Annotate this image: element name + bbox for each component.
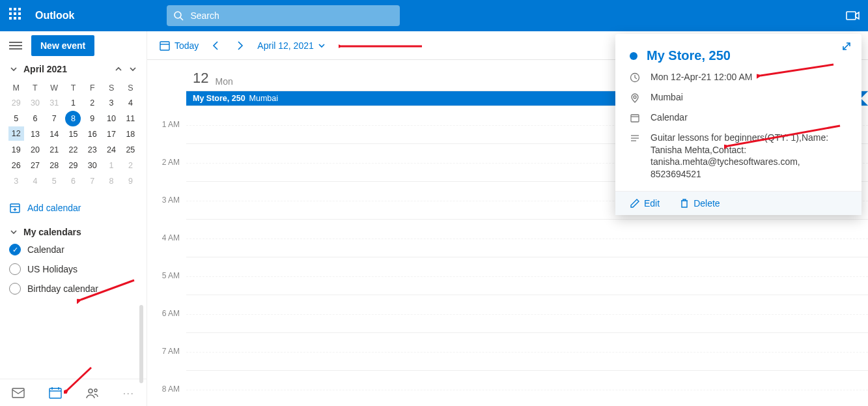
- mini-calendar-day[interactable]: 4: [25, 173, 44, 189]
- delete-label: Delete: [693, 198, 720, 209]
- new-event-button[interactable]: New event: [31, 35, 94, 56]
- date-picker[interactable]: April 12, 2021: [257, 40, 325, 51]
- mini-calendar-dow: W: [45, 81, 64, 95]
- my-calendars-section[interactable]: My calendars: [0, 220, 147, 240]
- month-up-icon[interactable]: [114, 65, 123, 74]
- mini-calendar-dow: T: [64, 81, 83, 95]
- mini-calendar-day[interactable]: 25: [121, 142, 140, 158]
- chevron-down-icon[interactable]: [9, 65, 18, 74]
- calendar-item-calendar[interactable]: Calendar: [0, 240, 147, 259]
- mini-calendar-day[interactable]: 20: [25, 142, 44, 158]
- mini-calendar-day[interactable]: 5: [7, 111, 25, 126]
- trash-icon: [679, 198, 690, 209]
- prev-day-button[interactable]: [210, 40, 222, 51]
- mini-calendar-day[interactable]: 30: [83, 158, 102, 173]
- mini-calendar-day[interactable]: 3: [7, 173, 25, 189]
- hour-cell[interactable]: [186, 332, 868, 370]
- popup-time: Mon 12-Apr-21 12:00 AM: [651, 71, 752, 83]
- hour-label: 1 AM: [147, 106, 186, 143]
- event-title: My Store, 250: [193, 94, 245, 103]
- hour-label: 6 AM: [147, 295, 186, 332]
- mini-calendar-day[interactable]: 1: [64, 95, 83, 111]
- mini-calendar-day[interactable]: 3: [102, 95, 120, 111]
- mini-calendar-day[interactable]: 26: [7, 158, 25, 173]
- mini-calendar-day[interactable]: 13: [25, 126, 44, 142]
- checkbox-unchecked-icon[interactable]: [9, 283, 21, 295]
- description-icon: [630, 132, 641, 143]
- mini-calendar-day[interactable]: 18: [121, 126, 140, 142]
- mini-calendar-dow: T: [25, 81, 44, 95]
- mini-calendar-day[interactable]: 11: [121, 111, 140, 126]
- delete-button[interactable]: Delete: [679, 198, 720, 209]
- today-button[interactable]: Today: [159, 40, 199, 51]
- mini-calendar-day[interactable]: 21: [45, 142, 64, 158]
- checkbox-checked-icon[interactable]: [9, 244, 21, 255]
- mini-calendar-day[interactable]: 24: [102, 142, 120, 158]
- mini-calendar-day[interactable]: 30: [25, 95, 44, 111]
- add-calendar-link[interactable]: Add calendar: [0, 196, 147, 220]
- mini-calendar-day[interactable]: 14: [45, 126, 64, 142]
- next-day-button[interactable]: [234, 40, 245, 51]
- hour-cell[interactable]: [186, 219, 868, 257]
- checkbox-unchecked-icon[interactable]: [9, 263, 21, 275]
- calendar-icon[interactable]: [49, 387, 62, 399]
- scrollbar-thumb[interactable]: [139, 305, 143, 383]
- calendar-item-us-holidays[interactable]: US Holidays: [0, 259, 147, 279]
- svg-point-0: [175, 12, 181, 18]
- mini-calendar-day[interactable]: 27: [25, 158, 44, 173]
- mini-calendar-day[interactable]: 5: [45, 173, 64, 189]
- event-location: Mumbai: [249, 94, 278, 103]
- date-label: April 12, 2021: [257, 40, 313, 51]
- mini-calendar-day[interactable]: 9: [121, 173, 140, 189]
- mini-calendar-day[interactable]: 19: [7, 142, 25, 158]
- mini-calendar-day[interactable]: 9: [83, 111, 102, 126]
- search-box[interactable]: [167, 5, 400, 26]
- hour-label: 8 AM: [147, 370, 186, 406]
- mini-calendar-day[interactable]: 8: [64, 111, 83, 126]
- hour-cell[interactable]: [186, 295, 868, 332]
- mini-calendar-day[interactable]: 6: [25, 111, 44, 126]
- mini-calendar-day[interactable]: 16: [83, 126, 102, 142]
- mini-calendar-day[interactable]: 28: [45, 158, 64, 173]
- hour-cell[interactable]: [186, 257, 868, 295]
- mini-calendar-day[interactable]: 23: [83, 142, 102, 158]
- annotation-arrow: [64, 365, 95, 394]
- clock-icon: [630, 71, 641, 83]
- mini-calendar-dow: M: [7, 81, 25, 95]
- expand-icon[interactable]: [841, 40, 852, 52]
- mini-calendar-day[interactable]: 1: [102, 158, 120, 173]
- mini-calendar-day[interactable]: 29: [7, 95, 25, 111]
- mini-calendar-day[interactable]: 22: [64, 142, 83, 158]
- month-down-icon[interactable]: [128, 65, 137, 74]
- calendar-small-icon: [630, 111, 641, 123]
- popup-location: Mumbai: [651, 91, 683, 104]
- mini-calendar-day[interactable]: 6: [64, 173, 83, 189]
- svg-point-17: [634, 96, 636, 98]
- mini-calendar-day[interactable]: 10: [102, 111, 120, 126]
- mini-calendar-day[interactable]: 7: [45, 111, 64, 126]
- mini-calendar-day[interactable]: 17: [102, 126, 120, 142]
- hamburger-icon[interactable]: [9, 42, 22, 50]
- mini-calendar-day[interactable]: 31: [45, 95, 64, 111]
- mini-calendar-dow: S: [121, 81, 140, 95]
- hour-cell[interactable]: [186, 370, 868, 406]
- mail-icon[interactable]: [12, 388, 25, 398]
- mini-calendar-day[interactable]: 29: [64, 158, 83, 173]
- mini-calendar-day[interactable]: 7: [83, 173, 102, 189]
- meet-now-icon[interactable]: [846, 10, 860, 21]
- location-icon: [630, 91, 641, 103]
- edit-button[interactable]: Edit: [630, 198, 660, 209]
- my-calendars-label: My calendars: [23, 227, 81, 237]
- mini-calendar-day[interactable]: 15: [64, 126, 83, 142]
- mini-calendar-day[interactable]: 4: [121, 95, 140, 111]
- mini-calendar-day[interactable]: 8: [102, 173, 120, 189]
- svg-line-24: [761, 65, 833, 76]
- app-launcher-icon[interactable]: [9, 8, 25, 23]
- calendar-item-label: Calendar: [27, 244, 64, 255]
- edit-label: Edit: [644, 198, 660, 209]
- mini-calendar-day[interactable]: 2: [121, 158, 140, 173]
- mini-calendar-day[interactable]: 12: [7, 126, 25, 142]
- mini-calendar-day[interactable]: 2: [83, 95, 102, 111]
- search-input[interactable]: [189, 10, 393, 22]
- more-icon[interactable]: ···: [123, 388, 135, 398]
